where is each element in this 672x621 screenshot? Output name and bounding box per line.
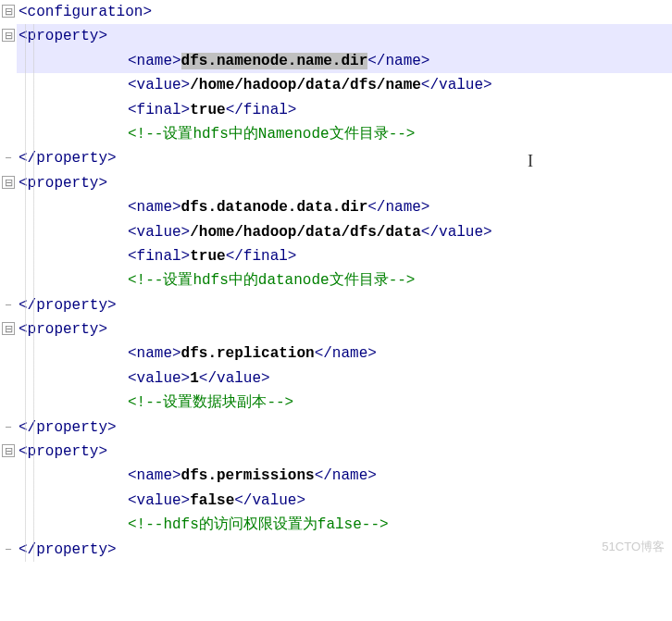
fold-end-icon: – — [2, 420, 15, 433]
text-cursor-icon: I — [528, 148, 533, 176]
fold-minus-icon[interactable]: ⊟ — [2, 5, 15, 18]
code-line[interactable]: </property> I — [17, 146, 672, 170]
code-line[interactable]: <property> — [17, 24, 672, 48]
code-line[interactable]: <value>false</value> — [17, 489, 672, 513]
code-line[interactable]: <property> — [17, 440, 672, 464]
fold-end-icon: – — [2, 298, 15, 311]
code-line[interactable]: <name>dfs.permissions</name> — [17, 464, 672, 488]
fold-minus-icon[interactable]: ⊟ — [2, 176, 15, 189]
selected-text[interactable]: dfs.namenode.name.dir — [181, 53, 368, 69]
code-line[interactable]: </property> — [17, 416, 672, 440]
code-line[interactable]: <!--设置数据块副本--> — [17, 391, 672, 415]
code-line[interactable]: <name>dfs.datanode.data.dir</name> — [17, 195, 672, 219]
code-line[interactable]: <property> — [17, 171, 672, 195]
code-editor[interactable]: ⊟ ⊟ – ⊟ – ⊟ – ⊟ – <configuration> <prope… — [0, 0, 672, 562]
code-line[interactable]: <!--设置hdfs中的Namenode文件目录--> — [17, 122, 672, 146]
watermark-text: 51CTO博客 — [602, 537, 665, 556]
code-area[interactable]: <configuration> <property> <name>dfs.nam… — [17, 0, 672, 562]
code-line[interactable]: <value>/home/hadoop/data/dfs/data</value… — [17, 220, 672, 244]
code-line[interactable]: <!--hdfs的访问权限设置为false--> — [17, 513, 672, 537]
fold-minus-icon[interactable]: ⊟ — [2, 29, 15, 42]
fold-gutter: ⊟ ⊟ – ⊟ – ⊟ – ⊟ – — [0, 0, 17, 562]
code-line[interactable]: </property> — [17, 293, 672, 317]
fold-minus-icon[interactable]: ⊟ — [2, 444, 15, 457]
code-line[interactable]: <!--设置hdfs中的datanode文件目录--> — [17, 268, 672, 292]
code-line[interactable]: <final>true</final> — [17, 98, 672, 122]
code-line[interactable]: <value>/home/hadoop/data/dfs/name</value… — [17, 73, 672, 97]
code-line[interactable]: <final>true</final> — [17, 244, 672, 268]
code-line[interactable]: <property> — [17, 317, 672, 342]
code-line[interactable]: <name>dfs.replication</name> — [17, 342, 672, 366]
fold-minus-icon[interactable]: ⊟ — [2, 322, 15, 335]
code-line[interactable]: <configuration> — [17, 0, 672, 24]
code-line[interactable]: </property> — [17, 538, 672, 562]
fold-end-icon: – — [2, 542, 15, 555]
code-line[interactable]: <value>1</value> — [17, 366, 672, 391]
fold-end-icon: – — [2, 151, 15, 164]
code-line[interactable]: <name>dfs.namenode.name.dir</name> — [17, 49, 672, 73]
